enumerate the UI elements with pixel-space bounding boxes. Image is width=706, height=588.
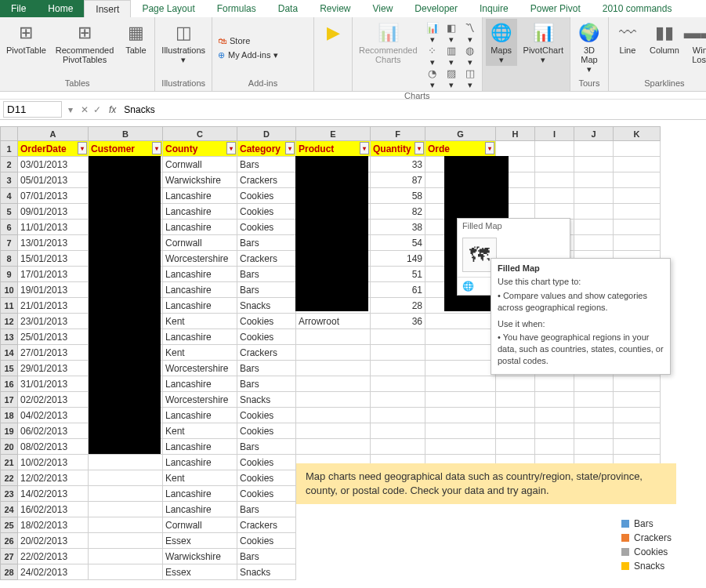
cell[interactable] xyxy=(296,392,371,408)
cell[interactable] xyxy=(371,408,425,423)
namebox-dropdown-icon[interactable]: ▾ xyxy=(65,104,76,115)
cell[interactable]: Snacks xyxy=(237,392,296,408)
tab-developer[interactable]: Developer xyxy=(404,0,469,17)
cell[interactable]: 02/02/2013 xyxy=(18,392,89,408)
cell[interactable] xyxy=(296,408,371,423)
chart-hierarchy-button[interactable]: ◧▾ xyxy=(443,22,460,44)
table-header-cell[interactable]: Quantity▾ xyxy=(371,141,425,157)
cell[interactable] xyxy=(535,408,574,423)
cell[interactable] xyxy=(371,423,425,439)
tab-data[interactable]: Data xyxy=(267,0,309,17)
cell[interactable]: 14/02/2013 xyxy=(18,486,89,502)
cell[interactable]: Cookies xyxy=(237,329,296,345)
cell[interactable]: Bars xyxy=(237,376,296,392)
cell[interactable]: 09/01/2013 xyxy=(18,204,89,220)
illustrations-button[interactable]: ◫Illustrations▾ xyxy=(158,19,208,66)
cell[interactable]: Crackers xyxy=(237,517,296,533)
cell[interactable]: Crackers xyxy=(237,345,296,361)
cancel-formula-icon[interactable]: ✕ xyxy=(81,104,89,115)
tab-page-layout[interactable]: Page Layout xyxy=(131,0,205,17)
chart-pie-button[interactable]: ◔▾ xyxy=(424,67,441,89)
cell[interactable] xyxy=(296,439,371,455)
cell[interactable]: Bars xyxy=(237,361,296,376)
cell[interactable]: 25/01/2013 xyxy=(18,329,89,345)
cell[interactable]: Bars xyxy=(237,282,296,298)
cell[interactable] xyxy=(496,376,535,392)
filter-button[interactable]: ▾ xyxy=(152,142,161,154)
cell[interactable]: Worcestershire xyxy=(163,251,237,267)
cell[interactable]: Cookies xyxy=(237,455,296,470)
cell[interactable]: 11/01/2013 xyxy=(18,220,89,235)
tab-insert[interactable]: Insert xyxy=(84,0,131,17)
cell[interactable]: Bars xyxy=(237,267,296,282)
filter-button[interactable]: ▾ xyxy=(415,142,424,154)
cell[interactable]: Essex xyxy=(163,564,237,580)
select-all-corner[interactable] xyxy=(1,127,18,141)
cell[interactable] xyxy=(574,220,614,235)
cell[interactable] xyxy=(296,345,371,361)
cell[interactable] xyxy=(535,439,574,455)
cell[interactable] xyxy=(371,329,425,345)
chart-bar-button[interactable]: 📊▾ xyxy=(424,22,441,44)
cell[interactable]: 31/01/2013 xyxy=(18,376,89,392)
cell[interactable] xyxy=(535,172,574,188)
row-header-12[interactable]: 12 xyxy=(1,314,18,329)
filter-button[interactable]: ▾ xyxy=(360,142,369,154)
cell[interactable] xyxy=(614,141,661,157)
cell[interactable]: Cookies xyxy=(237,486,296,502)
tab-inquire[interactable]: Inquire xyxy=(469,0,520,17)
table-header-cell[interactable]: Category▾ xyxy=(237,141,296,157)
cell[interactable]: 05/01/2013 xyxy=(18,172,89,188)
cell[interactable]: Lancashire xyxy=(163,408,237,423)
filter-button[interactable]: ▾ xyxy=(78,142,87,154)
cell[interactable]: Cookies xyxy=(237,408,296,423)
cell[interactable] xyxy=(535,188,574,204)
cell[interactable]: Cornwall xyxy=(163,235,237,251)
cell[interactable]: 54 xyxy=(371,235,425,251)
cell[interactable] xyxy=(496,408,535,423)
cell[interactable] xyxy=(574,408,614,423)
cell[interactable] xyxy=(574,188,614,204)
sparkline-line-button[interactable]: 〰Line xyxy=(612,19,643,56)
cell[interactable] xyxy=(89,533,163,549)
col-header-J[interactable]: J xyxy=(574,127,614,141)
chart-combo-button[interactable]: ◫▾ xyxy=(462,67,479,89)
cell[interactable] xyxy=(614,157,661,172)
my-addins-button[interactable]: ⊕My Add-ins ▾ xyxy=(215,49,281,61)
row-header-2[interactable]: 2 xyxy=(1,157,18,172)
cell[interactable] xyxy=(574,172,614,188)
tab-review[interactable]: Review xyxy=(309,0,361,17)
cell[interactable]: 03/01/2013 xyxy=(18,157,89,172)
chart-scatter-button[interactable]: ⁘▾ xyxy=(424,45,441,67)
col-header-E[interactable]: E xyxy=(296,127,371,141)
filter-button[interactable]: ▾ xyxy=(285,142,295,154)
cell[interactable]: 28 xyxy=(371,298,425,314)
cell[interactable]: 18/02/2013 xyxy=(18,517,89,533)
cell[interactable]: Bars xyxy=(237,439,296,455)
tab-view[interactable]: View xyxy=(362,0,404,17)
col-header-D[interactable]: D xyxy=(237,127,296,141)
cell[interactable] xyxy=(614,188,661,204)
cell[interactable]: Bars xyxy=(237,502,296,517)
cell[interactable]: 07/01/2013 xyxy=(18,188,89,204)
pivottable-button[interactable]: ⊞PivotTable xyxy=(3,19,49,56)
cell[interactable] xyxy=(425,392,496,408)
row-header-13[interactable]: 13 xyxy=(1,329,18,345)
cell[interactable] xyxy=(296,329,371,345)
cell[interactable]: Cookies xyxy=(237,470,296,486)
row-header-20[interactable]: 20 xyxy=(1,439,18,455)
cell[interactable]: Cookies xyxy=(237,188,296,204)
row-header-28[interactable]: 28 xyxy=(1,564,18,580)
cell[interactable]: Bars xyxy=(237,235,296,251)
cell[interactable]: 58 xyxy=(371,188,425,204)
table-header-cell[interactable]: Orde▾ xyxy=(425,141,496,157)
cell[interactable] xyxy=(425,361,496,376)
row-header-21[interactable]: 21 xyxy=(1,455,18,470)
cell[interactable] xyxy=(89,502,163,517)
row-header-22[interactable]: 22 xyxy=(1,470,18,486)
cell[interactable]: 38 xyxy=(371,220,425,235)
cell[interactable]: 24/02/2013 xyxy=(18,564,89,580)
confirm-formula-icon[interactable]: ✓ xyxy=(93,104,101,115)
cell[interactable]: Lancashire xyxy=(163,267,237,282)
row-header-26[interactable]: 26 xyxy=(1,533,18,549)
